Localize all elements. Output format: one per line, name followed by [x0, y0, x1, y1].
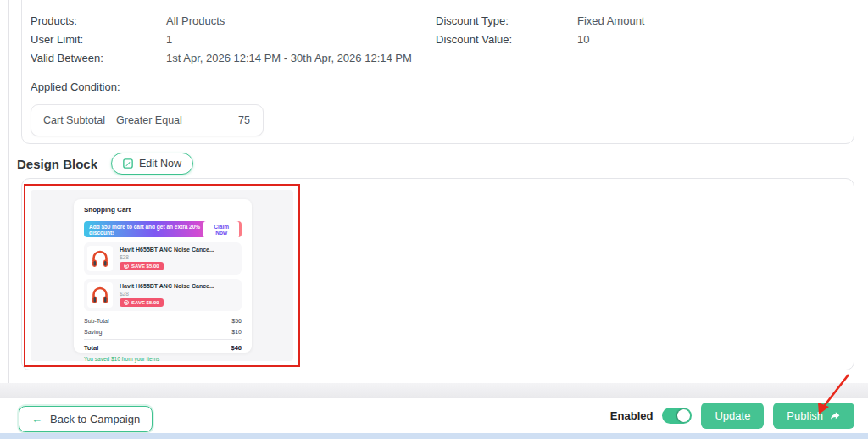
cart-item: Havit H655BT ANC Noise Cance... $28 $SAV… [84, 242, 242, 275]
condition-card: Cart Subtotal Greater Equal 75 [31, 104, 264, 136]
savings-note: You saved $10 from your items [84, 356, 242, 362]
product-thumbnail [87, 282, 113, 308]
back-to-campaign-button[interactable]: ← Back to Campaign [19, 406, 153, 432]
edit-pencil-icon [123, 158, 133, 169]
back-to-campaign-label: Back to Campaign [50, 413, 140, 425]
products-value: All Products [166, 14, 225, 27]
applied-condition-label: Applied Condition: [31, 81, 842, 93]
coin-icon: $ [124, 264, 129, 269]
footer-bar: ← Back to Campaign Enabled Update Publis… [0, 398, 868, 433]
discount-banner: Add $50 more to cart and get an extra 20… [84, 221, 242, 237]
detail-row-discount-type: Discount Type: Fixed Amount [436, 11, 842, 30]
footer-separator-band [0, 383, 868, 398]
subtotal-label: Sub-Total [84, 318, 109, 324]
update-label: Update [715, 409, 750, 422]
condition-field: Cart Subtotal [31, 114, 116, 126]
condition-operator: Greater Equal [116, 114, 209, 126]
subtotal-row: Sub-Total $56 [84, 315, 242, 326]
details-right-column: Discount Type: Fixed Amount Discount Val… [436, 11, 842, 67]
save-badge: $SAVE $5.00 [120, 298, 164, 307]
update-button[interactable]: Update [701, 403, 764, 429]
valid-between-value: 1st Apr, 2026 12:14 PM - 30th Apr, 2026 … [166, 52, 412, 64]
discount-banner-text: Add $50 more to cart and get an extra 20… [89, 224, 203, 236]
left-arrow-icon: ← [31, 413, 42, 425]
enabled-label: Enabled [610, 409, 654, 422]
total-label: Total [84, 344, 98, 352]
publish-button[interactable]: Publish [773, 403, 854, 429]
discount-value-value: 10 [577, 33, 589, 46]
valid-between-label: Valid Between: [31, 52, 166, 64]
cart-preview-card: Shopping Cart Add $50 more to cart and g… [74, 199, 252, 353]
product-name: Havit H655BT ANC Noise Cance... [120, 283, 214, 289]
detail-row-valid-between: Valid Between: 1st Apr, 2026 12:14 PM - … [31, 48, 436, 67]
campaign-details-card: Products: All Products User Limit: 1 Val… [21, 0, 854, 144]
edit-now-label: Edit Now [139, 158, 181, 169]
saving-label: Saving [84, 329, 102, 335]
toggle-knob [677, 409, 690, 422]
detail-row-products: Products: All Products [31, 11, 436, 30]
bottom-blue-strip [0, 433, 868, 439]
design-block-title: Design Block [17, 157, 97, 171]
cart-item: Havit H655BT ANC Noise Cance... $28 $SAV… [84, 279, 242, 311]
save-badge: $SAVE $5.00 [120, 262, 164, 270]
publish-label: Publish [787, 409, 823, 422]
claim-now-button[interactable]: Claim Now [203, 221, 239, 238]
totals-divider [84, 339, 242, 340]
content-left-border [8, 0, 9, 383]
headphones-icon [90, 285, 110, 305]
product-price: $28 [120, 291, 214, 297]
product-thumbnail [87, 246, 113, 271]
discount-type-value: Fixed Amount [577, 14, 645, 27]
discount-type-label: Discount Type: [436, 14, 577, 27]
products-label: Products: [31, 14, 166, 27]
saving-value: $10 [231, 329, 242, 335]
details-left-column: Products: All Products User Limit: 1 Val… [31, 11, 436, 67]
user-limit-label: User Limit: [31, 33, 166, 46]
discount-value-label: Discount Value: [436, 33, 577, 46]
detail-row-discount-value: Discount Value: 10 [436, 30, 842, 48]
user-limit-value: 1 [166, 33, 172, 46]
coin-icon: $ [124, 300, 129, 305]
headphones-icon [90, 248, 110, 269]
product-price: $28 [120, 254, 214, 260]
condition-value: 75 [209, 114, 263, 126]
enabled-toggle[interactable] [662, 408, 692, 424]
product-name: Havit H655BT ANC Noise Cance... [120, 247, 214, 253]
total-value: $46 [231, 344, 242, 352]
cart-preview-title: Shopping Cart [84, 206, 242, 214]
saving-row: Saving $10 [84, 326, 242, 337]
design-block-header: Design Block Edit Now [17, 153, 193, 175]
subtotal-value: $56 [231, 318, 242, 324]
total-row: Total $46 [84, 342, 242, 354]
share-arrow-icon [829, 410, 841, 421]
edit-now-button[interactable]: Edit Now [111, 153, 193, 175]
detail-row-user-limit: User Limit: 1 [31, 30, 436, 48]
